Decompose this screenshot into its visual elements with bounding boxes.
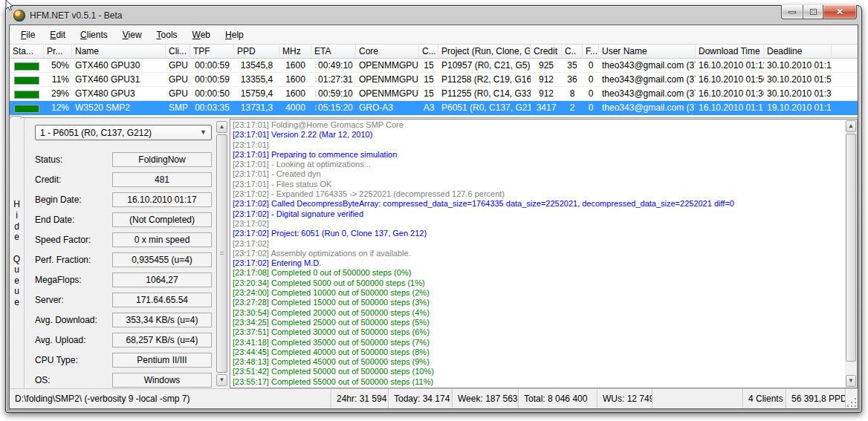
log-scroll-thumb[interactable] xyxy=(846,134,856,362)
column-header-14[interactable]: User Name xyxy=(599,45,696,58)
cell-download: 16.10.2010 01:17 xyxy=(696,101,764,114)
close-button[interactable]: ✕ xyxy=(823,5,857,19)
queue-field-value: 0,935455 (u=4) xyxy=(112,252,212,267)
menu-web[interactable]: Web xyxy=(186,27,217,42)
queue-field-value: 16.10.2010 01:17 xyxy=(112,192,212,207)
column-header-8[interactable]: Core xyxy=(356,45,419,58)
restore-button[interactable] xyxy=(803,5,823,19)
menu-edit[interactable]: Edit xyxy=(43,27,72,42)
titlebar[interactable]: HFM.NET v0.5.1 - Beta ✕ xyxy=(9,6,858,25)
queue-fields: Status:FoldingNowCredit:481Begin Date:16… xyxy=(35,149,212,388)
queue-field-label: Credit: xyxy=(35,174,112,185)
table-row[interactable]: 50%GTX460 GPU30GPU00:00:5913545,81600⁞00… xyxy=(10,59,858,73)
main-split: H i d e Q u e u e 1 - P6051 (R0, C137, G… xyxy=(10,119,858,388)
log-line: [23:55:17] Completed 55000 out of 500000… xyxy=(233,377,845,387)
cell-failed: 0 xyxy=(583,87,599,100)
status-cell xyxy=(10,101,44,114)
column-header-10[interactable]: Project (Run, Clone, G... xyxy=(438,45,531,58)
queue-field-label: Speed Factor: xyxy=(35,235,112,245)
column-header-7[interactable]: ETA xyxy=(311,45,356,58)
cell-failed: 0 xyxy=(583,101,599,114)
column-header-0[interactable]: Sta... xyxy=(10,45,44,58)
queue-selector[interactable]: 1 - P6051 (R0, C137, G212) ▼ xyxy=(35,125,212,140)
queue-field-label: CPU Type: xyxy=(35,355,112,365)
menu-file[interactable]: File xyxy=(14,27,42,42)
log-scrollbar[interactable]: ▲ ▼ xyxy=(845,119,858,388)
cell-project: P6051 (R0, C137, G212) xyxy=(438,101,531,114)
column-header-12[interactable]: C.. xyxy=(562,45,583,58)
column-header-1[interactable]: Pr... xyxy=(44,45,72,58)
status-color-bar xyxy=(14,62,39,71)
cell-client: GPU xyxy=(166,87,190,100)
cell-progress: 12% xyxy=(44,101,72,114)
cell-core_version: 15 xyxy=(419,73,438,86)
eta-clock-icon: ⁞ xyxy=(314,76,317,84)
queue-field-value: Windows xyxy=(112,373,212,388)
status-cell xyxy=(10,87,44,100)
window-controls: ✕ xyxy=(781,5,857,19)
grid-body: 50%GTX460 GPU30GPU00:00:5913545,81600⁞00… xyxy=(10,59,858,115)
queue-field-label: Status: xyxy=(35,154,112,165)
queue-field-row: Status:FoldingNow xyxy=(35,149,212,169)
column-header-13[interactable]: F... xyxy=(583,45,599,58)
menu-help[interactable]: Help xyxy=(218,27,250,42)
cell-name: GTX460 GPU30 xyxy=(72,59,166,72)
cell-ppd: 13731,3 xyxy=(234,101,279,114)
queue-scrollbar[interactable]: ▲ ▼ xyxy=(216,120,228,387)
column-header-5[interactable]: PPD xyxy=(234,45,279,58)
cell-core: OPENMMGPU xyxy=(356,59,419,72)
scroll-up-icon[interactable]: ▲ xyxy=(846,120,856,132)
minimize-icon xyxy=(788,11,796,13)
column-header-4[interactable]: TPF xyxy=(190,45,234,58)
column-header-6[interactable]: MHz xyxy=(279,45,311,58)
queue-field-value: 1064,27 xyxy=(112,272,212,287)
status-section-5 xyxy=(652,389,743,408)
hide-queue-button[interactable]: H i d e Q u e u e xyxy=(10,119,25,388)
close-icon: ✕ xyxy=(836,7,843,17)
scroll-down-icon[interactable]: ▼ xyxy=(216,374,227,386)
queue-field-row: CPU Type:Pentium II/III xyxy=(35,350,212,370)
queue-scroll-thumb[interactable] xyxy=(216,134,227,373)
queue-field-value: 0 x min speed xyxy=(112,232,212,247)
log-line: [23:17:01] Folding@Home Gromacs SMP Core xyxy=(233,120,845,130)
table-row[interactable]: 11%GTX460 GPU31GPU00:00:5913355,41600⁞01… xyxy=(10,73,858,87)
cell-core_version: 15 xyxy=(419,59,438,72)
column-header-16[interactable]: Deadline xyxy=(764,45,832,58)
column-header-2[interactable]: Name xyxy=(72,45,166,58)
log-line: [23:17:01] Version 2.22 (Mar 12, 2010) xyxy=(233,130,845,140)
cell-ppd: 13355,4 xyxy=(234,73,279,86)
cell-deadline: 30.10.2010 01:11 xyxy=(764,59,832,72)
cell-project: P10957 (R0, C21, G5) xyxy=(438,59,531,72)
cell-eta: ⁞00:49:10 xyxy=(311,59,356,72)
status-section-6: 4 Clients xyxy=(743,389,786,408)
log-line: [23:17:08] Completed 0 out of 500000 ste… xyxy=(233,268,845,278)
column-header-3[interactable]: Cli... xyxy=(166,45,190,58)
menu-view[interactable]: View xyxy=(116,27,149,42)
minimize-button[interactable] xyxy=(781,5,803,19)
cell-completed: 8 xyxy=(562,87,583,100)
log-line: [23:17:02] - Expanded 1764335 -> 2252021… xyxy=(233,189,845,199)
statusbar-sections: 24hr: 31 594Today: 34 174Week: 187 563To… xyxy=(331,389,846,408)
log-line: [23:48:13] Completed 45000 out of 500000… xyxy=(233,357,845,367)
grid-header: Sta...Pr...NameCli...TPFPPDMHzETACoreC..… xyxy=(10,45,858,59)
resize-grip[interactable] xyxy=(846,396,858,408)
queue-field-row: Avg. Upload:68,257 KB/s (u=4) xyxy=(35,330,212,350)
queue-field-value: 481 xyxy=(112,172,212,187)
column-header-11[interactable]: Credit xyxy=(531,45,562,58)
status-section-1: Today: 34 174 xyxy=(389,389,453,408)
scroll-down-icon[interactable]: ▼ xyxy=(846,375,856,387)
table-row[interactable]: 12%W3520 SMP2SMP00:03:3513731,34000⁞05:1… xyxy=(10,101,858,115)
scroll-up-icon[interactable]: ▲ xyxy=(216,121,227,133)
queue-field-row: OS:Windows xyxy=(35,370,212,388)
menu-tools[interactable]: Tools xyxy=(150,27,184,42)
column-header-15[interactable]: Download Time xyxy=(696,45,764,58)
menu-clients[interactable]: Clients xyxy=(74,27,114,42)
log-line: [23:17:02] Called DecompressByteArray: c… xyxy=(233,199,845,209)
column-header-9[interactable]: C... xyxy=(419,45,438,58)
log-line: [23:30:54] Completed 20000 out of 500000… xyxy=(233,308,845,318)
cell-mhz: 4000 xyxy=(279,101,311,114)
cell-user: theo343@gmail.com (37651) xyxy=(599,87,696,100)
log-panel[interactable]: [23:17:01] Folding@Home Gromacs SMP Core… xyxy=(230,119,845,388)
cell-mhz: 1600 xyxy=(279,59,311,72)
table-row[interactable]: 29%GTX480 GPU3GPU00:00:5015759,41600⁞00:… xyxy=(10,87,858,101)
